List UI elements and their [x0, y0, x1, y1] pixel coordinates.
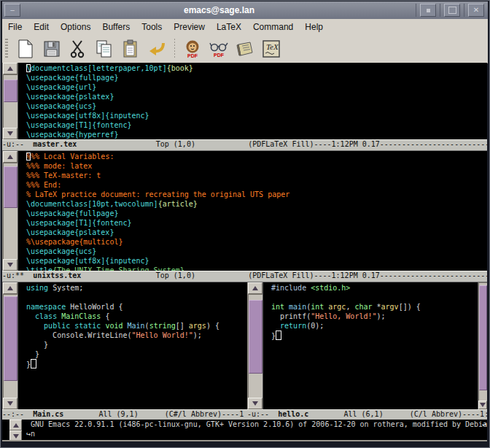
- modeline-master-tex[interactable]: -u:-- master.tex Top (1,0) (PDFLaTeX Fil…: [2, 139, 487, 151]
- code-token: argv: [381, 303, 399, 311]
- minimize-icon: –: [10, 7, 15, 14]
- code-token: );: [193, 331, 202, 339]
- code-token: MainClass: [57, 312, 101, 320]
- menu-item-tools[interactable]: Tools: [136, 20, 168, 34]
- code-token: [26, 322, 44, 330]
- menu-item-edit[interactable]: Edit: [28, 20, 55, 34]
- code-token: \usepackage[T1]{fontenc}: [26, 121, 132, 129]
- scrollbar-thumb[interactable]: [4, 80, 18, 102]
- toolbar-drag-handle[interactable]: [5, 39, 8, 59]
- code-line: \usepackage[utf8x]{inputenc}: [26, 256, 487, 266]
- code-line: }: [26, 340, 247, 349]
- echo-area[interactable]: GNU Emacs 22.0.91.1 (i486-pc-linux-gnu, …: [2, 420, 487, 440]
- code-token: \usepackage{pslatex}: [26, 93, 114, 101]
- code-token: #include: [271, 284, 311, 292]
- scrollbar-thumb[interactable]: [4, 296, 18, 380]
- view-pdf-button[interactable]: PDF: [207, 36, 230, 61]
- buffer-hello-c[interactable]: #include <stdio.h> int main(int argc, ch…: [263, 282, 478, 409]
- close-button[interactable]: ✕: [464, 4, 486, 17]
- menu-item-latex[interactable]: LaTeX: [211, 20, 247, 34]
- menubar: FileEditOptionsBuffersToolsPreviewLaTeXC…: [2, 19, 488, 36]
- modeline-unixtss-tex[interactable]: -u:** unixtss.tex Top (1,0) (PDFLaTeX Fi…: [2, 271, 487, 282]
- scrollbar-up-arrow[interactable]: [3, 282, 18, 294]
- save-button[interactable]: [40, 36, 63, 61]
- code-token: argc: [324, 303, 346, 311]
- code-token: documentclass[letterpaper,10pt]: [31, 64, 167, 72]
- scrollbar-down-arrow[interactable]: [3, 259, 18, 271]
- menu-item-command[interactable]: Command: [247, 20, 299, 34]
- scrollbar-hello-c[interactable]: [247, 282, 263, 409]
- paste-button[interactable]: [119, 36, 142, 61]
- scrollbar-thumb[interactable]: [4, 166, 18, 208]
- code-token: \usepackage{hyperref}: [26, 131, 118, 139]
- menu-item-buffers[interactable]: Buffers: [96, 20, 136, 34]
- maximize-button[interactable]: [440, 4, 462, 17]
- scrollbar-main-cs[interactable]: [2, 282, 18, 409]
- scrollbar-down-arrow[interactable]: [3, 128, 18, 139]
- titlebar[interactable]: – emacs@sage.lan ✕: [2, 1, 488, 20]
- scrollbar-track[interactable]: [478, 282, 487, 401]
- code-line: class MainClass {: [26, 312, 247, 321]
- shade-icon: [427, 9, 430, 12]
- minibuffer-scrollbar[interactable]: [9, 420, 22, 440]
- new-file-icon: [17, 39, 34, 58]
- wrap-icon: ↩: [482, 420, 486, 428]
- code-line: \usepackage{pslatex}: [26, 92, 487, 101]
- code-token: Console.WriteLine(: [26, 331, 132, 339]
- menu-item-help[interactable]: Help: [299, 20, 329, 34]
- shade-button[interactable]: [416, 4, 438, 17]
- new-file-button[interactable]: [14, 36, 37, 61]
- scrollbar-track[interactable]: [248, 294, 262, 398]
- scrollbar-master[interactable]: [2, 63, 18, 139]
- tex-note-button[interactable]: TeX: [260, 36, 283, 61]
- menu-item-options[interactable]: Options: [55, 20, 96, 34]
- scrollbar-track[interactable]: [3, 294, 18, 398]
- code-token: % LaTeX practice document: recreating th…: [26, 190, 289, 198]
- emacs-frame: \documentclass[letterpaper,10pt]{book}\u…: [2, 63, 487, 440]
- buffer-main-cs[interactable]: using System; namespace HelloWorld { cla…: [18, 282, 247, 409]
- bibtex-book-button[interactable]: [233, 36, 257, 61]
- scrollbar-track[interactable]: [3, 74, 18, 128]
- scrollbar-hello-c-right[interactable]: [478, 282, 487, 409]
- code-token: \usepackage[T1]{fontenc}: [26, 219, 132, 227]
- bottom-split: using System; namespace HelloWorld { cla…: [2, 282, 487, 409]
- code-token: \usepackage{fullpage}: [26, 74, 118, 82]
- tex-lion-icon: [184, 40, 201, 54]
- tex-note-icon: TeX: [262, 39, 281, 58]
- code-token: %% Local Variables:: [31, 152, 118, 161]
- buffer-unixtss-tex[interactable]: %%% Local Variables: %%% mode: latex%%% …: [18, 151, 487, 271]
- code-line: \usepackage{pslatex}: [26, 228, 487, 237]
- code-line: [26, 293, 247, 302]
- code-token: ,: [346, 303, 354, 311]
- scrollbar-up-arrow[interactable]: [3, 151, 18, 163]
- scrollbar-track[interactable]: [3, 163, 18, 259]
- code-token: ) {: [206, 322, 219, 330]
- code-token: void: [105, 322, 122, 330]
- paste-icon: [122, 39, 139, 58]
- scrollbar-down-arrow[interactable]: [3, 398, 18, 409]
- cut-button[interactable]: [66, 36, 90, 61]
- toolbar: PDF PDF TeX: [2, 35, 488, 63]
- scrollbar-up-arrow[interactable]: [3, 63, 18, 74]
- scrollbar-down-arrow[interactable]: [248, 398, 262, 409]
- menu-item-preview[interactable]: Preview: [168, 20, 211, 34]
- code-line: int main(int argc, char *argv[]) {: [271, 302, 478, 312]
- echo-message: GNU Emacs 22.0.91.1 (i486-pc-linux-gnu, …: [22, 420, 487, 440]
- menu-item-file[interactable]: File: [2, 20, 28, 34]
- scrollbar-thumb[interactable]: [249, 300, 262, 374]
- scrollbar-down-arrow[interactable]: [478, 401, 487, 409]
- code-line: \usepackage{ucs}: [26, 247, 487, 256]
- book-icon: [236, 40, 254, 58]
- buffer-master-tex[interactable]: \documentclass[letterpaper,10pt]{book}\u…: [18, 63, 487, 139]
- code-token: args: [189, 322, 206, 330]
- scrollbar-thumb[interactable]: [479, 285, 487, 390]
- minimize-button[interactable]: –: [4, 4, 20, 17]
- scrollbar-up-arrow[interactable]: [248, 282, 262, 294]
- glasses-icon: [209, 40, 228, 53]
- latex-to-pdf-button[interactable]: PDF: [181, 36, 204, 61]
- copy-icon: [96, 39, 113, 58]
- copy-button[interactable]: [93, 36, 116, 61]
- scrollbar-unixtss[interactable]: [2, 151, 18, 271]
- scrollbar-up-arrow[interactable]: [9, 420, 22, 430]
- undo-button[interactable]: [145, 36, 168, 61]
